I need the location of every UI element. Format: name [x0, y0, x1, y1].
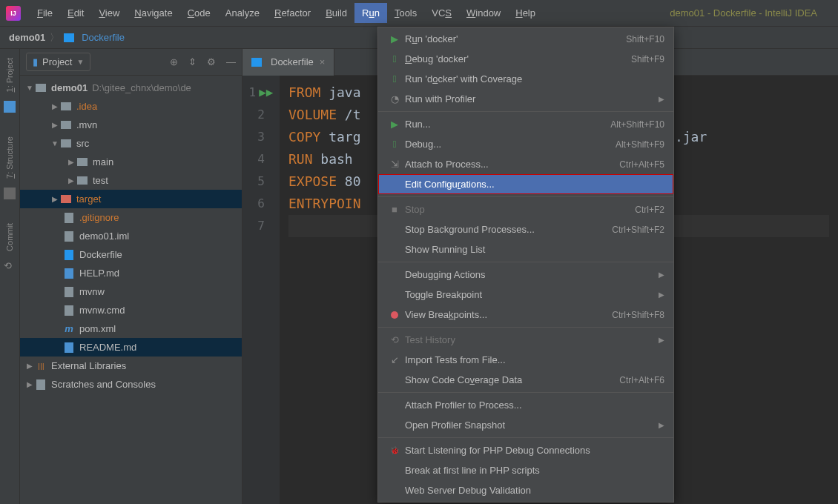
left-tool-gutter: 1: Project 7: Structure Commit ⟲: [0, 49, 20, 504]
menu-separator: [378, 327, 673, 328]
menu-help[interactable]: Help: [508, 3, 543, 23]
menu-shortcut: Ctrl+Alt+F6: [619, 375, 664, 385]
menu-refactor[interactable]: Refactor: [267, 3, 318, 23]
menu-item-toggle-breakpoint[interactable]: Toggle Breakpoint▶: [378, 285, 673, 305]
close-icon[interactable]: ×: [320, 56, 326, 67]
tree-file-mvnwcmd[interactable]: mvnw.cmd: [20, 301, 242, 319]
tree-folder-test[interactable]: ▶ test: [20, 171, 242, 190]
app-icon: IJ: [6, 6, 21, 21]
menu-item-view-breakpoints[interactable]: View Breakpoints...Ctrl+Shift+F8: [378, 305, 673, 325]
tree-file-gitignore[interactable]: .gitignore: [20, 208, 242, 227]
menu-item-label: Break at first line in PHP scripts: [402, 465, 664, 476]
submenu-arrow-icon: ▶: [659, 291, 664, 299]
window-title: demo01 - Dockerfile - IntelliJ IDEA: [670, 7, 817, 19]
menu-separator: [378, 196, 673, 197]
menu-item-label: Toggle Breakpoint: [402, 289, 659, 300]
menubar: IJ File Edit View Navigate Code Analyze …: [0, 0, 838, 27]
menu-file[interactable]: File: [30, 3, 60, 23]
collapse-icon[interactable]: ⇕: [188, 56, 197, 67]
menu-item-stop-background-processes[interactable]: Stop Background Processes...Ctrl+Shift+F…: [378, 219, 673, 239]
target-icon[interactable]: ⊕: [170, 56, 178, 67]
tree-file-readme[interactable]: README.md: [20, 338, 242, 357]
menu-item-run-docker-with-coverage[interactable]: 𓆣Run 'docker' with Coverage: [378, 69, 673, 89]
menu-item-debug-docker[interactable]: 𓆣Debug 'docker'Shift+F9: [378, 49, 673, 69]
menu-tools[interactable]: Tools: [387, 3, 424, 23]
menu-item-label: Stop: [402, 204, 635, 215]
menu-item-run-with-profiler[interactable]: ◔Run with Profiler▶: [378, 89, 673, 109]
menu-item-label: Run...: [402, 119, 610, 130]
structure-icon[interactable]: [4, 188, 16, 199]
menu-edit[interactable]: Edit: [60, 3, 91, 23]
menu-item-run-docker[interactable]: ▶Run 'docker'Shift+F10: [378, 29, 673, 49]
tree-folder-mvn[interactable]: ▶ .mvn: [20, 116, 242, 134]
menu-item-show-running-list[interactable]: Show Running List: [378, 239, 673, 259]
project-view-selector[interactable]: ▮ Project ▼: [26, 53, 90, 71]
tree-root[interactable]: ▼ demo01 D:\gitee_chnx\demo\de: [20, 79, 242, 97]
run-gutter-icon[interactable]: ▶▶: [259, 82, 273, 104]
play-icon: ▶: [387, 33, 402, 44]
tree-external-libs[interactable]: ▶⫼ External Libraries: [20, 357, 242, 375]
menu-shortcut: Alt+Shift+F10: [610, 119, 664, 130]
menu-item-label: Attach Profiler to Process...: [402, 399, 664, 411]
menu-item-import-tests-from-file[interactable]: ↙Import Tests from File...: [378, 350, 673, 370]
run-menu-dropdown: ▶Run 'docker'Shift+F10𓆣Debug 'docker'Shi…: [377, 27, 674, 503]
menu-separator: [378, 437, 673, 438]
menu-item-label: Debug 'docker': [402, 53, 631, 64]
tree-folder-idea[interactable]: ▶ .idea: [20, 97, 242, 116]
docker-icon: [251, 58, 262, 67]
project-tree[interactable]: ▼ demo01 D:\gitee_chnx\demo\de ▶ .idea ▶…: [20, 76, 242, 397]
menu-vcs[interactable]: VCS: [424, 3, 459, 23]
tree-folder-src[interactable]: ▼ src: [20, 134, 242, 153]
tree-file-iml[interactable]: demo01.iml: [20, 227, 242, 245]
menu-item-label: Run 'docker' with Coverage: [402, 73, 664, 84]
commit-icon[interactable]: ⟲: [4, 260, 16, 272]
breadcrumb-file[interactable]: Dockerfile: [82, 32, 125, 43]
menu-item-label: Run 'docker': [402, 33, 626, 44]
menu-item-start-listening-for-php-debug-connections[interactable]: 🐞Start Listening for PHP Debug Connectio…: [378, 440, 673, 460]
menu-item-show-code-coverage-data[interactable]: Show Code Coverage DataCtrl+Alt+F6: [378, 370, 673, 390]
attach-icon: ⇲: [387, 159, 402, 170]
gear-icon[interactable]: ⚙: [207, 56, 216, 67]
php-icon: 🐞: [387, 446, 402, 454]
menu-item-run[interactable]: ▶Run...Alt+Shift+F10: [378, 114, 673, 134]
menu-view[interactable]: View: [91, 3, 127, 23]
menu-build[interactable]: Build: [318, 3, 354, 23]
tree-folder-main[interactable]: ▶ main: [20, 153, 242, 171]
menu-item-label: Open Profiler Snapshot: [402, 420, 659, 431]
menu-code[interactable]: Code: [180, 3, 218, 23]
tab-commit[interactable]: Commit: [3, 217, 16, 257]
menu-run[interactable]: Run: [354, 3, 387, 23]
tree-file-mvnw[interactable]: mvnw: [20, 282, 242, 301]
menu-navigate[interactable]: Navigate: [127, 3, 179, 23]
menu-shortcut: Ctrl+Alt+F5: [619, 159, 664, 170]
breadcrumb-project[interactable]: demo01: [9, 32, 45, 43]
bug-icon: 𓆣: [387, 139, 402, 150]
tab-project[interactable]: 1: Project: [3, 52, 16, 98]
menu-item-open-profiler-snapshot[interactable]: Open Profiler Snapshot▶: [378, 415, 673, 435]
tree-file-help[interactable]: HELP.md: [20, 264, 242, 282]
minimize-icon[interactable]: —: [226, 56, 236, 67]
menu-item-attach-to-process[interactable]: ⇲Attach to Process...Ctrl+Alt+F5: [378, 154, 673, 174]
menu-item-label: Attach to Process...: [402, 159, 619, 170]
tab-structure[interactable]: 7: Structure: [3, 130, 16, 185]
menu-window[interactable]: Window: [459, 3, 508, 23]
menu-item-web-server-debug-validation[interactable]: Web Server Debug Validation: [378, 480, 673, 500]
menu-item-label: Import Tests from File...: [402, 354, 664, 365]
breadcrumb-separator: 〉: [50, 31, 59, 44]
menu-item-label: Start Listening for PHP Debug Connection…: [402, 445, 664, 456]
tree-file-pom[interactable]: m pom.xml: [20, 319, 242, 338]
tree-folder-target[interactable]: ▶ target: [20, 190, 242, 208]
menu-item-break-at-first-line-in-php-scripts[interactable]: Break at first line in PHP scripts: [378, 460, 673, 480]
menu-analyze[interactable]: Analyze: [218, 3, 267, 23]
bookmark-icon[interactable]: [4, 101, 16, 113]
tab-dockerfile[interactable]: Dockerfile ×: [243, 49, 334, 76]
menu-item-edit-configurations[interactable]: Edit Configurations...: [378, 174, 673, 194]
menu-item-test-history: ⟲Test History▶: [378, 330, 673, 350]
history-icon: ⟲: [387, 334, 402, 345]
tree-file-dockerfile[interactable]: Dockerfile: [20, 245, 242, 264]
menu-item-attach-profiler-to-process[interactable]: Attach Profiler to Process...: [378, 395, 673, 415]
menu-item-debug[interactable]: 𓆣Debug...Alt+Shift+F9: [378, 134, 673, 154]
menu-shortcut: Ctrl+Shift+F8: [612, 310, 664, 320]
menu-item-debugging-actions[interactable]: Debugging Actions▶: [378, 265, 673, 285]
tree-scratches[interactable]: ▶ Scratches and Consoles: [20, 375, 242, 394]
